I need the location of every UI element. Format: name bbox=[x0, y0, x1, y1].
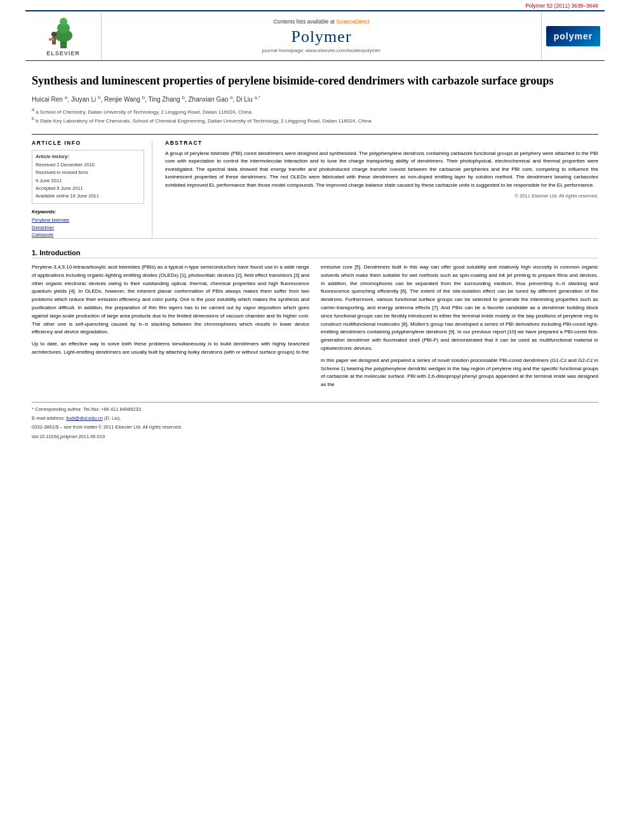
article-info-label: ARTICLE INFO bbox=[32, 140, 144, 146]
affiliations: a a School of Chemistry, Dalian Universi… bbox=[32, 107, 598, 125]
article-title: Synthesis and luminescent properties of … bbox=[32, 74, 598, 88]
doi-line: doi:10.1016/j.polymer.2011.06.019 bbox=[32, 433, 598, 440]
affiliation-a: a a School of Chemistry, Dalian Universi… bbox=[32, 107, 598, 116]
polymer-logo: polymer bbox=[546, 26, 600, 46]
article-info-column: ARTICLE INFO Article history: Received 2… bbox=[32, 140, 152, 238]
article-info-abstract: ARTICLE INFO Article history: Received 2… bbox=[32, 134, 598, 239]
article-history-box: Article history: Received 2 December 201… bbox=[32, 150, 144, 204]
accepted-date: Accepted 9 June 2011 bbox=[36, 185, 140, 192]
footnotes-section: * Corresponding author. Tel./fax: +86 41… bbox=[32, 402, 598, 440]
intro-para-2: Up to date, an effective way to solve bo… bbox=[32, 340, 309, 357]
journal-title: Polymer bbox=[291, 27, 351, 46]
affiliation-b: b b State Key Laboratory of Fine Chemica… bbox=[32, 116, 598, 125]
sciencedirect-link[interactable]: ScienceDirect bbox=[336, 18, 369, 25]
abstract-section: ABSTRACT A group of perylene bisimide (P… bbox=[165, 140, 598, 238]
body-column-2: emissive core [5]. Dendrimers built in t… bbox=[321, 263, 598, 393]
section-heading: 1. Introduction bbox=[32, 249, 598, 258]
elsevier-text-label: ELSEVIER bbox=[46, 50, 80, 57]
elsevier-tree-icon bbox=[44, 15, 83, 50]
journal-cover-image: polymer bbox=[541, 11, 605, 60]
abstract-text: A group of perylene bisimide (PBI) cored… bbox=[165, 150, 598, 189]
history-title: Article history: bbox=[36, 154, 140, 159]
keywords-section: Keywords: Perylene bisimide Dendrimer Ca… bbox=[32, 209, 144, 238]
elsevier-logo-container: ELSEVIER bbox=[25, 11, 102, 60]
svg-point-3 bbox=[60, 18, 67, 25]
svg-point-4 bbox=[51, 32, 57, 37]
keyword-carbazole[interactable]: Carbazole bbox=[32, 231, 144, 238]
available-date: Available online 16 June 2011 bbox=[36, 192, 140, 199]
journal-header: ELSEVIER Contents lists available at Sci… bbox=[25, 10, 605, 61]
corresponding-author: * Corresponding author. Tel./fax: +86 41… bbox=[32, 406, 598, 413]
received-date: Received 2 December 2010 bbox=[36, 161, 140, 168]
intro-para-3: emissive core [5]. Dendrimers built in t… bbox=[321, 263, 598, 353]
revised-date: 9 June 2011 bbox=[36, 177, 140, 184]
issn-line: 0032-3861/$ – see front matter © 2011 El… bbox=[32, 423, 598, 430]
copyright-line: © 2011 Elsevier Ltd. All rights reserved… bbox=[165, 193, 598, 199]
received-revised-label: Received in revised form bbox=[36, 169, 140, 176]
authors-line: Huicai Ren a, Jiuyan Li b, Renjie Wang b… bbox=[32, 95, 598, 103]
page-citation: Polymer 52 (2011) 3639–3646 bbox=[0, 0, 630, 10]
main-content: Synthesis and luminescent properties of … bbox=[0, 61, 630, 455]
introduction-section: 1. Introduction Perylene-3,4,9,10-tetrac… bbox=[32, 249, 598, 440]
journal-center-info: Contents lists available at ScienceDirec… bbox=[102, 11, 541, 60]
journal-homepage: journal homepage: www.elsevier.com/locat… bbox=[262, 48, 380, 53]
keyword-perylene-bisimide[interactable]: Perylene bisimide bbox=[32, 217, 144, 223]
email-line: E-mail address: liudi@dlut.edu.cn (D. Li… bbox=[32, 415, 598, 422]
svg-rect-6 bbox=[49, 38, 54, 41]
body-column-1: Perylene-3,4,9,10-tetracarboxylic acid b… bbox=[32, 263, 309, 393]
abstract-label: ABSTRACT bbox=[165, 140, 598, 146]
keyword-dendrimer[interactable]: Dendrimer bbox=[32, 224, 144, 231]
contents-line: Contents lists available at ScienceDirec… bbox=[273, 18, 369, 25]
two-column-body: Perylene-3,4,9,10-tetracarboxylic acid b… bbox=[32, 263, 598, 393]
intro-para-4: In this paper we designed and prepared a… bbox=[321, 357, 598, 389]
keywords-title: Keywords: bbox=[32, 209, 144, 215]
email-link[interactable]: liudi@dlut.edu.cn bbox=[66, 415, 103, 421]
elsevier-logo: ELSEVIER bbox=[44, 15, 83, 57]
intro-para-1: Perylene-3,4,9,10-tetracarboxylic acid b… bbox=[32, 263, 309, 337]
